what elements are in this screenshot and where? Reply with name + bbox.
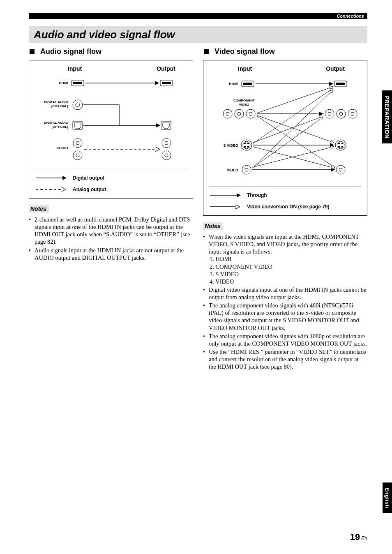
video-diagram: Input Output HDMI COMPONENT VIDEO S VIDE… <box>203 60 367 216</box>
video-heading-row: Video signal flow <box>203 47 367 56</box>
audio-heading-row: Audio signal flow <box>29 47 193 56</box>
video-legend: Through Video conversion ON (see page 79… <box>209 186 361 210</box>
svg-point-43 <box>339 112 343 115</box>
svg-point-20 <box>162 151 171 160</box>
page-title: Audio and video signal flow <box>34 28 175 41</box>
video-notes-label: Notes <box>203 222 223 230</box>
note-item: The analog component video signals with … <box>203 302 367 332</box>
legend-digital: Digital output <box>73 175 104 181</box>
svg-point-45 <box>351 112 354 115</box>
dashed-arrow-icon <box>35 187 68 192</box>
svg-text:(COAXIAL): (COAXIAL) <box>51 104 69 108</box>
svg-point-40 <box>325 109 334 118</box>
svg-rect-51 <box>247 146 249 148</box>
svg-rect-57 <box>341 146 343 148</box>
priority-item: 1. HDMI <box>210 255 367 263</box>
svg-line-72 <box>253 147 334 168</box>
svg-point-14 <box>73 138 82 148</box>
solid-arrow-icon <box>35 176 68 180</box>
svg-rect-5 <box>73 82 82 84</box>
svg-line-66 <box>257 87 333 113</box>
svg-text:DIGITAL AUDIO: DIGITAL AUDIO <box>44 100 68 104</box>
note-item: When the video signals are input at the … <box>203 233 367 285</box>
svg-point-10 <box>76 103 80 107</box>
svg-rect-50 <box>244 146 246 148</box>
svg-point-39 <box>249 112 252 115</box>
page-footer: 19En <box>350 532 367 542</box>
header-section-label: Connections <box>337 13 364 19</box>
legend-convert: Video conversion ON (see page 79) <box>247 204 330 210</box>
svg-point-16 <box>73 151 82 160</box>
svg-line-70 <box>257 116 334 167</box>
svg-point-19 <box>165 141 168 145</box>
audio-notes-label: Notes <box>29 205 49 212</box>
svg-rect-7 <box>162 82 171 84</box>
svg-rect-54 <box>338 143 340 144</box>
priority-item: 3. S VIDEO <box>210 270 367 278</box>
svg-text:S VIDEO: S VIDEO <box>223 143 238 148</box>
svg-text:VIDEO: VIDEO <box>227 168 238 172</box>
video-notes-list: When the video signals are input at the … <box>203 233 367 370</box>
side-tab-english: English <box>383 482 392 513</box>
svg-rect-33 <box>336 83 345 85</box>
analog-in-icon <box>73 138 82 160</box>
optical-out-icon <box>161 121 171 129</box>
svg-line-69 <box>257 115 334 143</box>
svg-line-73 <box>252 117 323 168</box>
col-output: Output <box>326 65 345 72</box>
svg-point-47 <box>243 141 250 149</box>
svg-point-38 <box>246 109 255 118</box>
svg-point-59 <box>245 168 248 171</box>
page-suffix: En <box>361 536 367 541</box>
svg-point-60 <box>336 165 345 174</box>
lbl-hdmi: HDMI <box>59 81 68 85</box>
svg-line-67 <box>253 88 333 143</box>
svg-point-21 <box>165 154 168 157</box>
svg-point-18 <box>162 138 171 148</box>
svg-point-53 <box>337 141 344 149</box>
col-output: Output <box>157 65 175 72</box>
audio-diagram: Input Output HDMI DIGITAL AUDIO <box>29 60 193 199</box>
svg-text:DIGITAL AUDIO: DIGITAL AUDIO <box>44 121 68 125</box>
header-rule: Connections <box>29 13 367 19</box>
video-flow-svg: HDMI COMPONENT VIDEO S VIDEO VIDEO <box>209 76 361 183</box>
col-input: Input <box>238 65 252 72</box>
hdmi-out-icon <box>160 80 173 86</box>
analog-out-icon <box>162 138 171 160</box>
svg-rect-31 <box>243 83 252 85</box>
svg-rect-49 <box>247 143 249 144</box>
svg-text:HDMI: HDMI <box>229 82 238 86</box>
side-tab-preparation: PREPARATION <box>382 90 392 143</box>
svg-point-17 <box>76 154 79 157</box>
legend-through: Through <box>247 192 267 198</box>
svg-text:VIDEO: VIDEO <box>239 103 249 106</box>
priority-item: 2. COMPONENT VIDEO <box>210 263 367 270</box>
svg-point-44 <box>348 109 357 118</box>
audio-legend: Digital output Analog output <box>35 169 187 192</box>
note-item: Digital video signals input at one of th… <box>203 286 367 301</box>
page-number: 19 <box>350 532 360 542</box>
lbl-audio: AUDIO <box>56 146 68 150</box>
hdmi-in-icon <box>71 80 84 86</box>
note-item: The analog component video signals with … <box>203 332 367 347</box>
svg-point-58 <box>242 165 251 174</box>
svg-point-61 <box>339 168 342 171</box>
svg-point-9 <box>73 100 83 110</box>
svg-point-35 <box>226 112 229 115</box>
video-heading: Video signal flow <box>214 47 275 56</box>
svg-line-71 <box>253 116 323 143</box>
bullet-icon <box>30 49 35 54</box>
col-input: Input <box>68 65 82 72</box>
svg-point-37 <box>238 112 241 115</box>
priority-item: 4. VIDEO <box>210 278 367 285</box>
bullet-icon <box>204 49 209 54</box>
svg-rect-55 <box>341 143 343 144</box>
note-item: 2-channel as well as multi-channel PCM, … <box>29 216 193 246</box>
section-title-bar: Audio and video signal flow <box>29 26 367 43</box>
legend-analog: Analog output <box>73 187 106 192</box>
coax-in-icon <box>73 100 83 110</box>
audio-notes-list: 2-channel as well as multi-channel PCM, … <box>29 216 193 261</box>
svg-line-68 <box>252 90 333 168</box>
svg-rect-48 <box>244 143 246 144</box>
note-item: Use the “HDMI RES.” parameter in “VIDEO … <box>203 348 367 370</box>
